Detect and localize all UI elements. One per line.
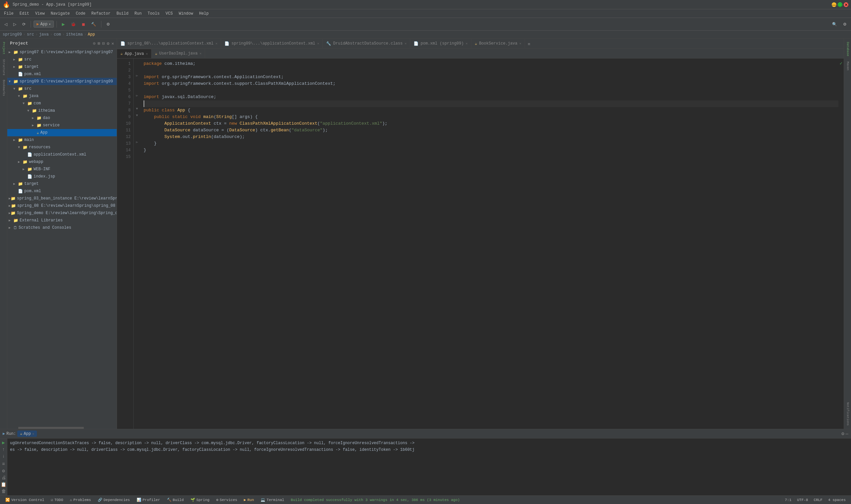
tree-item-spring-demo[interactable]: ▶ 📁 Spring_demo E:\review\learnSpring\Sp…	[7, 210, 117, 217]
tree-item-spring07-target[interactable]: ▶ 📁 target	[7, 63, 117, 71]
code-content[interactable]: package com.itheima; import org.springfr…	[140, 58, 838, 429]
tool-services[interactable]: ⚙ Services	[213, 497, 240, 503]
tab-more-button[interactable]: ≡	[525, 40, 533, 48]
tree-item-spring09[interactable]: ▼ 📁 spring09 E:\review\learnSpring\sprin…	[7, 78, 117, 85]
menu-run[interactable]: Run	[132, 11, 144, 17]
maximize-button[interactable]: □	[838, 2, 843, 7]
run-up-icon[interactable]: ↑	[2, 447, 5, 452]
tool-dependencies[interactable]: 🔗 Dependencies	[95, 497, 133, 503]
run-play-icon[interactable]: ▶	[2, 440, 5, 446]
tree-item-index-jsp[interactable]: 📄 index.jsp	[7, 173, 117, 180]
tree-locate-icon[interactable]: ⊙	[93, 41, 96, 46]
status-indentation[interactable]: 4 spaces	[825, 498, 848, 502]
tab-druid[interactable]: 🔧 DruidAbstractDataSource.class ✕	[323, 39, 410, 48]
tree-item-spring09-pom[interactable]: 📄 pom.xml	[7, 187, 117, 195]
toolbar-stop-button[interactable]: ◼	[79, 21, 87, 28]
menu-window[interactable]: Window	[176, 11, 196, 17]
menu-edit[interactable]: Edit	[17, 11, 32, 17]
tool-spring[interactable]: 🌱 Spring	[188, 497, 213, 503]
toolbar-run-button[interactable]: ▶	[59, 21, 67, 28]
menu-vcs[interactable]: VCS	[163, 11, 176, 17]
tab-spring09-appctx[interactable]: 📄 spring09\...\applicationContext.xml ✕	[221, 39, 323, 48]
tree-item-dao[interactable]: ▶ 📁 dao	[7, 114, 117, 122]
run-panel-minimize-icon[interactable]: —	[846, 431, 848, 436]
tool-todo[interactable]: ☑ TODO	[48, 497, 66, 503]
menu-tools[interactable]: Tools	[145, 11, 162, 17]
menu-build[interactable]: Build	[114, 11, 131, 17]
tree-item-ext-libs[interactable]: ▶ 📁 External Libraries	[7, 217, 117, 224]
tab-app-java[interactable]: ☕ App.java ✕	[117, 49, 151, 58]
run-down-icon[interactable]: ↓	[2, 453, 5, 459]
tool-problems[interactable]: ⚠ Problems	[67, 497, 93, 503]
status-encoding[interactable]: UTF-8	[794, 498, 811, 502]
tab-close-spring08-appctx[interactable]: ✕	[215, 41, 217, 46]
right-icon-notifications[interactable]: Notifications	[845, 400, 850, 428]
run-content[interactable]: ugUnreturnedConnectionStackTraces -> fal…	[7, 438, 851, 496]
toolbar-more[interactable]: ⚙	[841, 21, 849, 28]
tree-item-webapp[interactable]: ▶ 📁 webapp	[7, 158, 117, 165]
menu-view[interactable]: View	[33, 11, 48, 17]
tab-close-app-java[interactable]: ✕	[146, 52, 148, 56]
status-line-ending[interactable]: CRLF	[811, 498, 825, 502]
fold-6[interactable]: ⊳	[134, 94, 140, 101]
run-filter-icon[interactable]: ⚙	[2, 468, 5, 474]
run-config-selector[interactable]: ▶ App ▾	[34, 21, 54, 28]
menu-navigate[interactable]: Navigate	[48, 11, 72, 17]
run-scroll-icon[interactable]: 🖨	[1, 475, 6, 480]
tree-close-icon[interactable]: ✕	[111, 41, 114, 46]
menu-file[interactable]: File	[1, 11, 16, 17]
tab-userdaoimpl[interactable]: ☕ UserDaoImpl.java ✕	[151, 49, 205, 58]
run-tab-close[interactable]: ✕	[32, 432, 34, 436]
tree-item-spring09-target[interactable]: ▶ 📁 target	[7, 180, 117, 187]
fold-13[interactable]: ⊳	[134, 140, 140, 147]
tree-item-java[interactable]: ▼ 📁 java	[7, 92, 117, 100]
fold-9[interactable]: ▼	[134, 114, 140, 120]
tab-close-pom-spring09[interactable]: ✕	[466, 41, 468, 46]
menu-help[interactable]: Help	[197, 11, 212, 17]
tool-run[interactable]: ▶ Run	[241, 497, 257, 503]
tree-item-service[interactable]: ▶ 📁 service	[7, 122, 117, 129]
breadcrumb-itheima[interactable]: itheima	[66, 32, 83, 37]
tree-item-spring03[interactable]: ▶ 📁 spring_03_bean_instance E:\review\le…	[7, 195, 117, 202]
right-icon-database[interactable]: Database	[845, 40, 850, 58]
tree-item-appctx-xml[interactable]: 📄 applicationContext.xml	[7, 151, 117, 158]
run-print-icon[interactable]: 📋	[1, 482, 6, 487]
tab-close-userdaoimpl[interactable]: ✕	[199, 52, 201, 55]
breadcrumb-src[interactable]: src	[27, 32, 34, 37]
tab-bookservice[interactable]: ☕ BookService.java ✕	[471, 39, 525, 48]
tree-item-spring07[interactable]: ▶ 📁 spring07 E:\review\learnSpring\sprin…	[7, 49, 117, 56]
tool-build[interactable]: 🔨 Build	[164, 497, 186, 503]
tab-pom-spring09[interactable]: 📄 pom.xml (spring09) ✕	[410, 39, 471, 48]
tool-terminal[interactable]: 💻 Terminal	[258, 497, 287, 503]
run-trash-icon[interactable]: 🗑	[1, 489, 6, 494]
left-icon-bookmarks[interactable]: Bookmarks	[1, 78, 6, 98]
breadcrumb-app[interactable]: App	[88, 32, 95, 37]
menu-refactor[interactable]: Refactor	[89, 11, 113, 17]
tree-content[interactable]: ▶ 📁 spring07 E:\review\learnSpring\sprin…	[7, 49, 117, 427]
fold-3[interactable]: ⊳	[134, 74, 140, 80]
tree-item-spring07-src[interactable]: ▶ 📁 src	[7, 56, 117, 63]
breadcrumb-spring09[interactable]: spring09	[3, 32, 22, 37]
tree-item-spring08[interactable]: ▶ 📁 spring_08 E:\review\learnSpring\spri…	[7, 202, 117, 210]
tab-close-spring09-appctx[interactable]: ✕	[317, 41, 319, 46]
tree-item-webinf[interactable]: ▶ 📁 WEB-INF	[7, 165, 117, 173]
tree-item-com[interactable]: ▼ 📁 com	[7, 100, 117, 107]
toolbar-build-button[interactable]: 🔨	[89, 21, 98, 28]
toolbar-back[interactable]: ◁	[2, 21, 10, 28]
right-icon-maven[interactable]: Maven	[845, 59, 850, 72]
tree-item-main[interactable]: ▶ 📁 main	[7, 136, 117, 144]
tree-settings-icon[interactable]: ⚙	[107, 41, 109, 46]
breadcrumb-com[interactable]: com	[54, 32, 61, 37]
left-icon-project[interactable]: Project	[1, 40, 6, 56]
toolbar-debug-button[interactable]: 🐞	[69, 21, 78, 28]
minimize-button[interactable]: —	[832, 2, 836, 7]
tree-item-resources[interactable]: ▼ 📁 resources	[7, 144, 117, 151]
tree-collapse-icon[interactable]: ⊟	[103, 41, 105, 46]
status-position[interactable]: 7:1	[782, 498, 794, 502]
fold-8[interactable]: ▼	[134, 107, 140, 114]
tool-profiler[interactable]: 📊 Profiler	[134, 497, 163, 503]
run-wrap-icon[interactable]: ≡	[2, 462, 5, 467]
tree-item-app[interactable]: ☕ App	[7, 129, 117, 136]
breadcrumb-java[interactable]: java	[39, 32, 49, 37]
tab-spring08-appctx[interactable]: 📄 spring_08\...\applicationContext.xml ✕	[117, 39, 221, 48]
